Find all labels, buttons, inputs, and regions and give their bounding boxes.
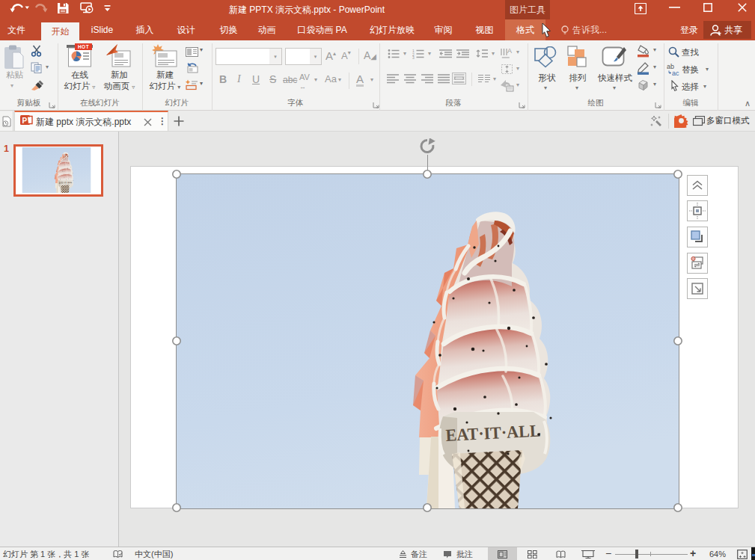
svg-text:3: 3: [412, 55, 415, 59]
svg-text:P: P: [22, 117, 28, 125]
svg-text:A: A: [507, 47, 512, 55]
svg-text:ac: ac: [672, 70, 679, 76]
